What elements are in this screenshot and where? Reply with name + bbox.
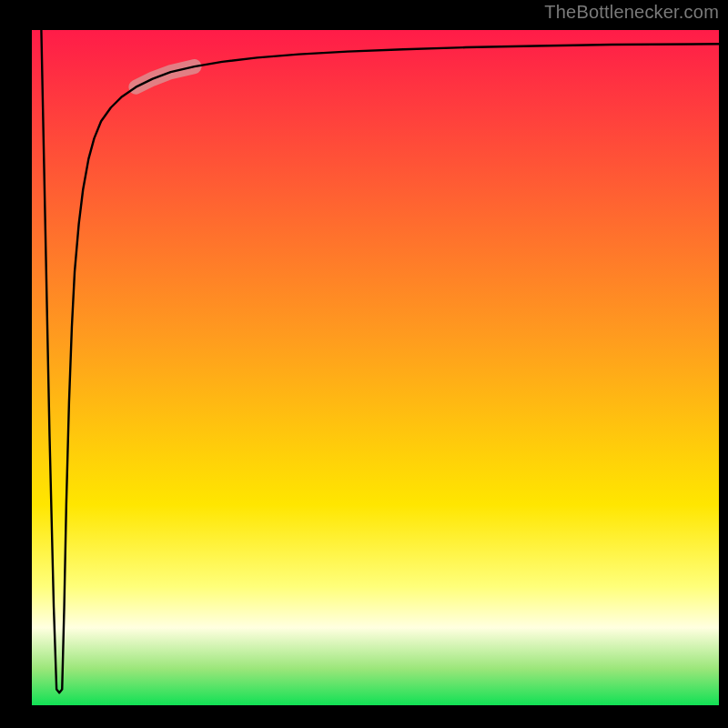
chart-svg: [0, 0, 728, 728]
plot-background: [27, 25, 723, 710]
chart-container: { "attribution": "TheBottlenecker.com", …: [0, 0, 728, 728]
